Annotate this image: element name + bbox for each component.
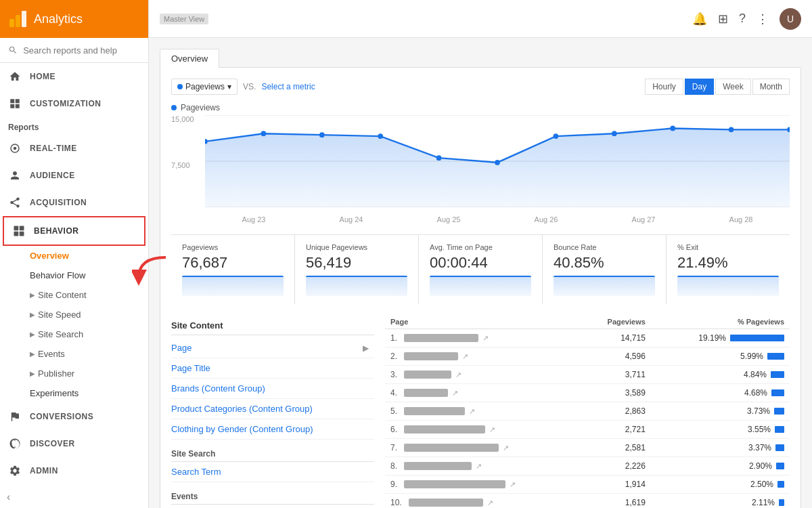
svg-point-15 xyxy=(319,132,325,137)
conversions-icon xyxy=(8,410,22,423)
table-cell-pageviews: 14,715 xyxy=(581,329,651,347)
y-label-top: 15,000 xyxy=(171,115,205,123)
search-term-link[interactable]: Search Term xyxy=(171,462,374,482)
select-metric-button[interactable]: Select a metric xyxy=(261,82,315,91)
sidebar-collapse-button[interactable]: ‹ xyxy=(0,484,148,508)
table-cell-pct: 3.55% xyxy=(651,421,790,439)
sidebar-item-conversions[interactable]: CONVERSIONS xyxy=(0,403,148,430)
chevron-right-icon: ▶ xyxy=(30,291,35,299)
sidebar-item-overview[interactable]: Overview xyxy=(0,246,148,266)
table-row: 10. ↗ 1,619 2.11% xyxy=(385,494,790,509)
help-icon[interactable]: ? xyxy=(739,12,746,26)
svg-point-16 xyxy=(378,133,383,139)
sidebar-header: Analytics xyxy=(0,0,148,38)
stat-avg-time: Avg. Time on Page 00:00:44 xyxy=(419,235,543,304)
app-title: Analytics xyxy=(34,12,83,26)
time-week-button[interactable]: Week xyxy=(715,79,750,95)
time-day-button[interactable]: Day xyxy=(685,79,714,95)
svg-rect-6 xyxy=(20,226,24,231)
product-cats-label: Product Categories (Content Group) xyxy=(171,404,313,414)
search-term-label: Search Term xyxy=(171,467,221,477)
search-input[interactable] xyxy=(23,45,140,56)
table-row: 6. ↗ 2,721 3.55% xyxy=(385,421,790,439)
sidebar-item-home[interactable]: HOME xyxy=(0,63,148,90)
sidebar-item-events[interactable]: ▶ Events xyxy=(0,344,148,364)
table-cell-pct: 3.37% xyxy=(651,439,790,457)
table-cell-pct: 4.84% xyxy=(651,366,790,384)
svg-rect-5 xyxy=(14,226,19,231)
sidebar-item-behavior[interactable]: BEHAVIOR xyxy=(3,216,145,246)
table-row: 3. ↗ 3,711 4.84% xyxy=(385,366,790,384)
y-label-mid: 7,500 xyxy=(171,161,205,169)
two-col-section: Site Content Page ▶ Page Title Brands (C… xyxy=(171,315,790,508)
search-box[interactable] xyxy=(0,38,148,63)
table-cell-rank: 1. ↗ xyxy=(385,329,581,347)
stat-exit: % Exit 21.49% xyxy=(667,235,790,304)
svg-rect-2 xyxy=(22,11,26,27)
search-icon xyxy=(8,45,18,56)
site-speed-label: Site Speed xyxy=(38,310,81,320)
table-cell-rank: 8. ↗ xyxy=(385,457,581,475)
site-search-label: Site Search xyxy=(38,329,83,339)
x-label-4: Aug 26 xyxy=(535,215,558,224)
sidebar-item-realtime[interactable]: REAL-TIME xyxy=(0,135,148,162)
audience-label: AUDIENCE xyxy=(30,171,75,180)
site-content-product-cats[interactable]: Product Categories (Content Group) xyxy=(171,399,374,419)
overview-tab[interactable]: Overview xyxy=(160,49,219,68)
sidebar-item-experiments[interactable]: Experiments xyxy=(0,383,148,403)
sidebar-item-audience[interactable]: AUDIENCE xyxy=(0,162,148,189)
stat-bounce-rate: Bounce Rate 40.85% xyxy=(543,235,667,304)
notification-bell-icon[interactable]: 🔔 xyxy=(692,12,707,26)
more-options-icon[interactable]: ⋮ xyxy=(757,12,769,26)
metric-label: Pageviews xyxy=(185,82,225,91)
realtime-icon xyxy=(8,142,22,155)
table-row: 7. ↗ 2,581 3.37% xyxy=(385,439,790,457)
chart-y-labels: 15,000 7,500 xyxy=(171,115,205,207)
table-cell-pct: 3.73% xyxy=(651,402,790,421)
customization-icon xyxy=(8,97,22,110)
account-info: Master View xyxy=(160,14,687,24)
event-category-link[interactable]: Event Category xyxy=(171,505,374,508)
svg-point-18 xyxy=(495,160,500,165)
site-content-page-title[interactable]: Page Title xyxy=(171,358,374,379)
metric-dropdown[interactable]: Pageviews ▾ xyxy=(171,79,238,95)
metric-dot xyxy=(177,84,183,89)
discover-label: DISCOVER xyxy=(30,439,75,448)
sidebar-item-acquisition[interactable]: ACQUISITION xyxy=(0,189,148,216)
main-content: Master View 🔔 ⊞ ? ⋮ U Overview Pageviews… xyxy=(149,0,812,508)
sidebar-item-site-search[interactable]: ▶ Site Search xyxy=(0,324,148,344)
sidebar-item-discover[interactable]: DISCOVER xyxy=(0,430,148,457)
stat-unique-sparkline xyxy=(306,276,407,296)
content-area: Overview Pageviews ▾ VS. Select a metric… xyxy=(149,38,812,508)
audience-icon xyxy=(8,169,22,182)
table-cell-pct: 5.99% xyxy=(651,347,790,366)
sidebar-item-publisher[interactable]: ▶ Publisher xyxy=(0,364,148,383)
clothing-label: Clothing by Gender (Content Group) xyxy=(171,424,313,434)
sidebar-item-admin[interactable]: ADMIN xyxy=(0,457,148,484)
sidebar-item-customization[interactable]: CUSTOMIZATION xyxy=(0,90,148,117)
account-badge: Master View xyxy=(160,14,208,24)
time-month-button[interactable]: Month xyxy=(752,79,790,95)
stat-unique-pageviews: Unique Pageviews 56,419 xyxy=(295,235,419,304)
chart-svg-area xyxy=(205,115,790,207)
table-cell-pageviews: 3,589 xyxy=(581,384,651,402)
svg-point-19 xyxy=(554,133,559,139)
user-avatar[interactable]: U xyxy=(780,8,801,30)
time-hourly-button[interactable]: Hourly xyxy=(645,79,683,95)
chevron-right-icon-2: ▶ xyxy=(30,311,35,318)
svg-rect-1 xyxy=(16,15,20,27)
apps-grid-icon[interactable]: ⊞ xyxy=(718,12,728,26)
table-cell-rank: 6. ↗ xyxy=(385,421,581,439)
site-content-page-row[interactable]: Page ▶ xyxy=(171,338,374,358)
svg-rect-7 xyxy=(14,232,19,236)
topbar: Master View 🔔 ⊞ ? ⋮ U xyxy=(149,0,812,38)
site-content-page-label: Page xyxy=(171,343,191,353)
site-content-brands[interactable]: Brands (Content Group) xyxy=(171,379,374,399)
sidebar-item-site-content[interactable]: ▶ Site Content xyxy=(0,285,148,305)
stat-avg-time-label: Avg. Time on Page xyxy=(430,243,531,251)
chart-controls: Pageviews ▾ VS. Select a metric Hourly D… xyxy=(171,79,790,95)
stat-pageviews: Pageviews 76,687 xyxy=(171,235,295,304)
sidebar-item-behavior-flow[interactable]: Behavior Flow xyxy=(0,266,148,285)
sidebar-item-site-speed[interactable]: ▶ Site Speed xyxy=(0,305,148,324)
site-content-clothing[interactable]: Clothing by Gender (Content Group) xyxy=(171,419,374,440)
